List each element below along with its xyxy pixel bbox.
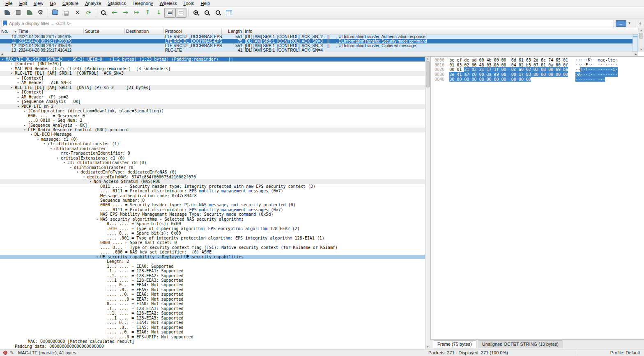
tree-row[interactable]: ▾UE security capability - Replayed UE se… — [0, 255, 425, 259]
resize-columns-button[interactable] — [223, 8, 235, 18]
column-header-time[interactable]: Time — [17, 28, 84, 34]
tree-row[interactable]: .... .0.. = EIA5: Not supported — [0, 325, 425, 330]
go-last-button[interactable]: ↓ — [153, 8, 164, 18]
tree-row[interactable]: .... ..0. = EIA6: Not supported — [0, 330, 425, 334]
collapse-icon[interactable]: ▾ — [96, 255, 100, 260]
menu-item-telephony[interactable]: Telephony — [129, 0, 156, 7]
tree-row[interactable]: 000. .... = Reserved: 0 — [0, 114, 425, 118]
packet-row-10[interactable]: 102024-04-28 09:26:17.394915LTE RRC UL_D… — [0, 34, 644, 39]
menu-item-tools[interactable]: Tools — [180, 0, 198, 7]
tree-row[interactable]: Sequence number: 0 — [0, 198, 425, 203]
hex-row[interactable]: 0040 00 00 00 00 00 00 00 00 00 00 00 ··… — [431, 77, 644, 82]
apply-filter-button[interactable]: → — [616, 20, 626, 27]
tree-row[interactable]: NAS EPS Mobility Management Message Type… — [0, 212, 425, 217]
menu-item-analyze[interactable]: Analyze — [82, 0, 104, 7]
detail-vscrollbar[interactable]: ▲ ▼ — [425, 57, 430, 349]
scroll-up-icon[interactable]: ▲ — [638, 28, 644, 32]
menu-item-go[interactable]: Go — [46, 0, 59, 7]
save-file-button[interactable]: ▤ — [61, 8, 72, 18]
packet-row-12[interactable]: 122024-04-28 09:26:17.415479LTE RRC UL_D… — [0, 43, 644, 48]
expand-icon[interactable]: ▸ — [24, 109, 28, 114]
column-header-no[interactable]: No.▼ — [0, 28, 17, 34]
tree-row[interactable]: ▾c1: dlInformationTransfer-r8 (0) — [0, 160, 425, 165]
tree-row[interactable]: .... ..0. = EEA6: Not supported — [0, 292, 425, 297]
start-capture-button[interactable] — [2, 8, 13, 18]
tree-row[interactable]: ...0 0010 = Seq Num: 2 — [0, 118, 425, 123]
menu-item-edit[interactable]: Edit — [16, 0, 30, 7]
bytes-tab-frame[interactable]: Frame (75 bytes) — [433, 340, 476, 348]
display-filter-input[interactable]: Apply a display filter ... <Ctrl-/> — [2, 20, 614, 27]
tree-row[interactable]: ▾LTE Radio Resource Control (RRC) protoc… — [0, 128, 425, 132]
go-to-packet-button[interactable]: ↦ — [131, 8, 142, 18]
tree-row[interactable]: MAC: 0x00000000 [Matches calculated resu… — [0, 339, 425, 344]
collapse-icon[interactable]: ▾ — [2, 57, 6, 62]
menu-item-capture[interactable]: Capture — [59, 0, 82, 7]
capture-options-button[interactable]: ⚙ — [35, 8, 46, 18]
tree-row[interactable]: ▾criticalExtensions: c1 (0) — [0, 156, 425, 160]
tree-row[interactable]: ▾MAC-LTE DL-SCH: (SFN=43 , SF=3) UEId=0 … — [0, 57, 425, 62]
expand-icon[interactable]: ▸ — [17, 76, 21, 81]
collapse-icon[interactable]: ▾ — [70, 165, 74, 170]
restart-capture-button[interactable] — [24, 8, 35, 18]
tree-row[interactable]: .... .0.. = EEA5: Not supported — [0, 288, 425, 292]
tree-row[interactable]: .... .001 = Type of integrity protection… — [0, 236, 425, 240]
tree-row[interactable]: rrc-TransactionIdentifier: 0 — [0, 151, 425, 155]
open-file-button[interactable] — [50, 8, 61, 18]
menu-item-help[interactable]: Help — [197, 0, 213, 7]
tree-row[interactable]: ▾dlInformationTransfer-r8 — [0, 165, 425, 170]
tree-row[interactable]: ▾NAS security algorithms - Selected NAS … — [0, 217, 425, 221]
reload-file-button[interactable]: ⟳ — [83, 8, 94, 18]
column-header-protocol[interactable]: Protocol — [164, 28, 222, 34]
tree-row[interactable]: .... .000 = NAS key set identifier: (0) … — [0, 250, 425, 254]
expand-icon[interactable]: ▸ — [17, 95, 21, 100]
menu-item-statistics[interactable]: Statistics — [104, 0, 129, 7]
collapse-icon[interactable]: ▾ — [90, 179, 94, 184]
menu-item-view[interactable]: View — [30, 0, 47, 7]
tree-row[interactable]: ▸[Context (RNTI=70)] — [0, 62, 425, 66]
collapse-icon[interactable]: ▾ — [24, 128, 28, 132]
tree-row[interactable]: .... 0... = Type of security context fla… — [0, 245, 425, 250]
tree-row[interactable]: .... 0... = Spare bit(s): 0x00 — [0, 231, 425, 235]
tree-row[interactable]: ▾dlInformationTransfer — [0, 146, 425, 151]
scrollbar-thumb[interactable] — [426, 61, 430, 87]
collapse-icon[interactable]: ▾ — [76, 170, 80, 175]
collapse-icon[interactable]: ▾ — [11, 71, 15, 76]
capture-comment-icon[interactable]: ✎ — [10, 350, 14, 356]
scroll-right-icon[interactable]: ▶ — [634, 52, 638, 56]
tree-row[interactable]: ...1 .... = 128-EIA3: Supported — [0, 316, 425, 320]
tree-row[interactable]: ▸[Sequence Analysis - OK] — [0, 123, 425, 128]
tree-row[interactable]: ▾message: c1 (0) — [0, 137, 425, 141]
stop-capture-button[interactable] — [13, 8, 24, 18]
hex-row[interactable]: 0020 00 01 21 02 21 17 1f 00 0c a0 02 02… — [431, 67, 644, 72]
go-back-button[interactable]: ← — [109, 8, 120, 18]
expand-icon[interactable]: ▸ — [17, 99, 21, 104]
menu-item-wireless[interactable]: Wireless — [156, 0, 180, 7]
collapse-icon[interactable]: ▾ — [37, 137, 41, 142]
tree-row[interactable]: 0000 .... = Security header type: Plain … — [0, 203, 425, 208]
colorize-button[interactable] — [175, 8, 186, 18]
tree-row[interactable]: 1... .... = EEA0: Supported — [0, 264, 425, 269]
expand-icon[interactable]: ▸ — [24, 123, 28, 128]
tree-row[interactable]: Message authentication code: 0x47c834f8 — [0, 194, 425, 198]
tree-row[interactable]: ▾dedicatedInfoNAS: 3747c834f800075d21000… — [0, 175, 425, 179]
expand-icon[interactable]: ▸ — [11, 66, 15, 71]
tree-row[interactable]: ▾c1: dlInformationTransfer (1) — [0, 141, 425, 146]
menu-item-file[interactable]: File — [2, 0, 16, 7]
scroll-down-icon[interactable]: ▼ — [638, 48, 644, 52]
tree-row[interactable]: ▾DL-DCCH-Message — [0, 132, 425, 137]
column-header-destination[interactable]: Destination — [125, 28, 164, 34]
tree-row[interactable]: .... 0111 = Protocol discriminator: EPS … — [0, 189, 425, 193]
intelligent-scrollbar[interactable] — [632, 34, 638, 52]
collapse-icon[interactable]: ▾ — [17, 104, 21, 109]
zoom-original-button[interactable]: = — [212, 8, 223, 18]
tree-row[interactable]: ..1. .... = 128-EIA2: Supported — [0, 311, 425, 315]
tree-row[interactable]: ▸AM Header ACK_SN=3 — [0, 80, 425, 85]
zoom-out-button[interactable]: − — [201, 8, 212, 18]
collapse-icon[interactable]: ▾ — [83, 175, 87, 180]
filter-dropdown-button[interactable]: ▼ — [626, 20, 632, 27]
tree-row[interactable]: .010 .... = Type of ciphering algorithm:… — [0, 226, 425, 231]
scrollbar-thumb[interactable] — [639, 33, 643, 39]
collapse-icon[interactable]: ▾ — [63, 160, 67, 165]
tree-row[interactable]: ▸MAC PDU Header (1:2) (1:23) (Padding:re… — [0, 66, 425, 71]
expand-icon[interactable]: ▸ — [17, 90, 21, 95]
